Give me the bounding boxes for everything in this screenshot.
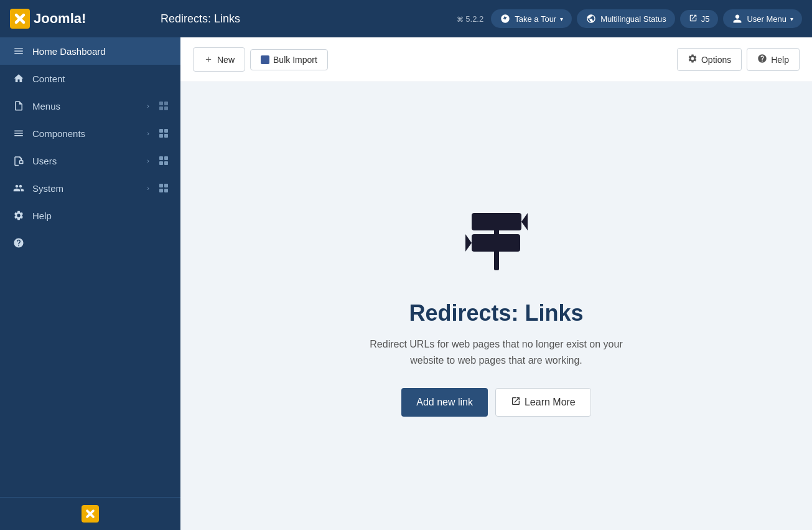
sidebar-menus-label: Components	[32, 128, 139, 139]
multilingual-icon	[586, 13, 597, 24]
users-chevron-icon: ›	[147, 184, 149, 192]
multilingual-status-button[interactable]: Multilingual Status	[577, 9, 675, 28]
home-icon	[12, 72, 25, 85]
version-badge: ⌘ 5.2.2	[457, 14, 484, 24]
layout: Home Dashboard Content Menus ›	[0, 37, 812, 530]
empty-state: Redirects: Links Redirect URLs for web p…	[180, 82, 812, 530]
content-description: Redirect URLs for web pages that no long…	[366, 336, 627, 368]
sidebar-bottom	[0, 497, 180, 530]
toggle-menu-icon	[12, 45, 25, 57]
components-grid-icon	[159, 156, 168, 165]
sidebar-item-content[interactable]: Menus ›	[0, 92, 180, 120]
external-link-icon	[689, 14, 698, 24]
content-icon	[12, 100, 25, 112]
components-icon	[12, 154, 25, 167]
svg-marker-2	[521, 213, 528, 230]
sidebar-content-label: Menus	[32, 101, 139, 111]
sidebar-item-menus[interactable]: Components ›	[0, 120, 180, 147]
users-icon	[12, 182, 25, 194]
menus-icon	[12, 127, 25, 140]
topbar-actions: ⌘ 5.2.2 Take a Tour ▾ Multilingual Statu…	[457, 9, 802, 28]
sidebar-joomla-logo	[12, 505, 168, 523]
content-grid-icon	[159, 102, 168, 110]
sidebar-item-system[interactable]: Help	[0, 202, 180, 229]
bulk-import-icon	[261, 55, 269, 64]
help-icon	[12, 237, 25, 249]
menus-chevron-icon: ›	[147, 130, 149, 137]
new-button[interactable]: ＋ New	[193, 47, 245, 72]
content-actions: Add new link Learn More	[401, 388, 591, 417]
joomla-logo-icon	[10, 9, 30, 29]
components-chevron-icon: ›	[147, 157, 149, 164]
add-new-link-button[interactable]: Add new link	[401, 388, 488, 417]
users-grid-icon	[159, 184, 168, 192]
help-button[interactable]: Help	[747, 48, 800, 71]
learn-more-button[interactable]: Learn More	[495, 388, 591, 417]
user-icon	[732, 13, 743, 24]
sidebar-home-label: Content	[32, 73, 168, 84]
take-a-tour-button[interactable]: Take a Tour ▾	[491, 9, 572, 28]
plus-icon: ＋	[203, 53, 213, 66]
sidebar-item-users[interactable]: System ›	[0, 174, 180, 202]
sidebar: Home Dashboard Content Menus ›	[0, 37, 180, 530]
user-menu-button[interactable]: User Menu ▾	[723, 9, 802, 28]
svg-rect-1	[472, 213, 521, 230]
j5-button[interactable]: J5	[680, 10, 719, 28]
sidebar-components-label: Users	[32, 156, 139, 166]
sidebar-item-components[interactable]: Users ›	[0, 147, 180, 174]
tour-icon	[500, 13, 511, 24]
content-chevron-icon: ›	[147, 102, 149, 110]
sidebar-toggle-menu[interactable]: Home Dashboard	[0, 37, 180, 65]
user-menu-chevron-icon: ▾	[790, 16, 793, 22]
toolbar: ＋ New Bulk Import Options Help	[180, 37, 812, 82]
topbar: Joomla! Redirects: Links ⌘ 5.2.2 Take a …	[0, 0, 812, 37]
page-title: Redirects: Links	[161, 12, 449, 26]
chevron-down-icon: ▾	[560, 16, 563, 22]
svg-rect-3	[472, 234, 520, 252]
signpost-illustration	[453, 196, 540, 285]
gear-icon	[688, 54, 698, 65]
sidebar-item-help[interactable]	[0, 229, 180, 257]
svg-marker-4	[465, 234, 472, 252]
logo-text: Joomla!	[34, 11, 86, 27]
logo[interactable]: Joomla!	[10, 9, 153, 29]
sidebar-item-home-dashboard[interactable]: Content	[0, 65, 180, 92]
bulk-import-button[interactable]: Bulk Import	[250, 49, 328, 70]
sidebar-users-label: System	[32, 183, 139, 194]
content-main-title: Redirects: Links	[409, 300, 583, 326]
toggle-menu-label: Home Dashboard	[32, 46, 168, 57]
sidebar-joomla-icon	[82, 505, 99, 523]
options-button[interactable]: Options	[677, 48, 742, 71]
system-icon	[12, 209, 25, 222]
main-content: ＋ New Bulk Import Options Help	[180, 37, 812, 530]
sidebar-system-label: Help	[32, 211, 168, 221]
external-link-icon	[511, 396, 521, 409]
question-icon	[757, 54, 767, 65]
menus-grid-icon	[159, 129, 168, 138]
